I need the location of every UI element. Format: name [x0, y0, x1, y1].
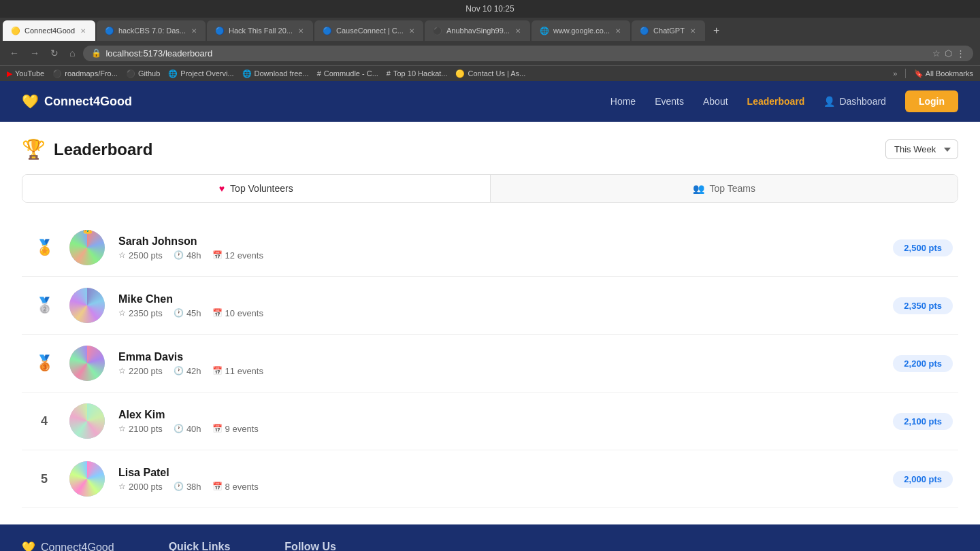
period-select[interactable]: This Week This Month All Time — [885, 139, 958, 159]
more-icon[interactable]: ⋮ — [956, 48, 965, 59]
crown-icon: 👑 — [82, 230, 93, 234]
tab-close-icon[interactable]: ✕ — [79, 27, 87, 35]
forward-button[interactable]: → — [27, 45, 42, 61]
stat-events-val-1: 12 events — [225, 250, 263, 261]
bookmark-project[interactable]: 🌐 Project Overvi... — [168, 69, 233, 78]
browser-tab-4[interactable]: 🔵 CauseConnect | C... ✕ — [314, 20, 423, 41]
browser-tab-5[interactable]: ⚫ AnubhavSingh99... ✕ — [425, 20, 530, 41]
tab-label-3: Hack This Fall 20... — [229, 27, 293, 35]
tab-teams[interactable]: 👥 Top Teams — [491, 175, 958, 202]
bookmark-download[interactable]: 🌐 Download free... — [242, 69, 309, 78]
table-row: 🥉 Emma Davis ☆ 2200 pts 🕐 — [22, 335, 958, 393]
footer-brand-icon: 💛 — [22, 541, 35, 551]
browser-tab-3[interactable]: 🔵 Hack This Fall 20... ✕ — [207, 20, 313, 41]
tab-favicon-2: 🔵 — [105, 27, 114, 35]
stat-events-4: 📅 9 events — [212, 424, 259, 434]
stat-hours-val-5: 38h — [186, 482, 201, 492]
tab-close-5-icon[interactable]: ✕ — [514, 27, 522, 35]
new-tab-button[interactable]: + — [706, 20, 726, 41]
bookmark-commudle[interactable]: # Commudle - C... — [317, 69, 378, 78]
stat-events-2: 📅 10 events — [212, 308, 263, 318]
stat-points-1: ☆ 2500 pts — [118, 250, 163, 261]
leaderboard-tabs: ♥ Top Volunteers 👥 Top Teams — [22, 174, 958, 203]
browser-tab-2[interactable]: 🔵 hackCBS 7.0: Das... ✕ — [97, 20, 206, 41]
footer-quick-links-title: Quick Links — [169, 541, 231, 551]
table-row: 🥈 Mike Chen ☆ 2350 pts 🕐 — [22, 277, 958, 335]
login-button[interactable]: Login — [905, 90, 958, 112]
rank-col-2: 🥈 — [27, 297, 61, 314]
tab-favicon-7: 🔵 — [640, 27, 649, 35]
calendar-icon-1: 📅 — [212, 250, 223, 260]
browser-titlebar: Nov 10 10:25 — [0, 0, 980, 18]
tab-close-6-icon[interactable]: ✕ — [614, 27, 622, 35]
tab-close-2-icon[interactable]: ✕ — [190, 27, 198, 35]
stat-points-val-3: 2200 pts — [129, 366, 163, 376]
stat-events-val-4: 9 events — [225, 424, 259, 434]
github-icon: ⚫ — [126, 69, 135, 78]
avatar-sarah: 👑 — [69, 230, 105, 265]
tab-label-2: hackCBS 7.0: Das... — [118, 27, 186, 35]
table-row: 5 Lisa Patel ☆ 2000 pts 🕐 — [22, 450, 958, 508]
tab-volunteers-label: Top Volunteers — [230, 183, 293, 194]
bookmarks-more-button[interactable]: » — [893, 69, 897, 78]
nav-home[interactable]: Home — [610, 96, 636, 107]
tab-volunteers[interactable]: ♥ Top Volunteers — [22, 175, 490, 202]
all-bookmarks-button[interactable]: 🔖 All Bookmarks — [914, 69, 973, 78]
navbar-brand[interactable]: 💛 Connect4Good — [22, 93, 132, 110]
star-icon-2: ☆ — [118, 308, 126, 318]
star-icon-4: ☆ — [118, 424, 126, 433]
nav-leaderboard[interactable]: Leaderboard — [747, 96, 805, 107]
address-bar[interactable]: 🔒 localhost:5173/leaderboard ☆ ⬡ ⋮ — [83, 46, 973, 61]
clock-icon-4: 🕐 — [174, 424, 184, 433]
volunteer-name-4: Alex Kim — [118, 409, 893, 421]
rank-col-3: 🥉 — [27, 354, 61, 372]
home-button[interactable]: ⌂ — [67, 45, 78, 61]
browser-tab-7[interactable]: 🔵 ChatGPT ✕ — [632, 20, 705, 41]
calendar-icon-3: 📅 — [212, 366, 223, 375]
browser-time: Nov 10 10:25 — [466, 4, 514, 14]
stat-points-val-1: 2500 pts — [129, 250, 163, 261]
star-icon-5: ☆ — [118, 482, 126, 491]
bookmark-top10[interactable]: # Top 10 Hackat... — [387, 69, 448, 78]
tab-close-3-icon[interactable]: ✕ — [297, 27, 305, 35]
nav-links: Home Events About Leaderboard 👤 Dashboar… — [610, 90, 958, 112]
nav-events[interactable]: Events — [655, 96, 684, 107]
bookmark-contact[interactable]: 🟡 Contact Us | As... — [455, 69, 525, 78]
clock-icon-1: 🕐 — [174, 250, 184, 260]
stat-points-2: ☆ 2350 pts — [118, 308, 163, 318]
tab-favicon-3: 🔵 — [215, 27, 225, 35]
project-icon: 🌐 — [168, 69, 178, 78]
reload-button[interactable]: ↻ — [48, 45, 61, 61]
roadmaps-icon: ⚫ — [52, 69, 62, 78]
nav-about[interactable]: About — [703, 96, 728, 107]
bookmark-roadmaps[interactable]: ⚫ roadmaps/Fro... — [52, 69, 118, 78]
browser-tab-active[interactable]: 🟡 Connect4Good ✕ — [3, 20, 95, 41]
avatar-col-4 — [69, 403, 110, 439]
extension-icon[interactable]: ⬡ — [945, 48, 952, 59]
bronze-medal-icon: 🥉 — [35, 354, 54, 372]
address-bar-icons: ☆ ⬡ ⋮ — [932, 48, 965, 59]
avatar-inner-3 — [69, 346, 105, 381]
tab-label-4: CauseConnect | C... — [336, 27, 404, 35]
bookmark-youtube[interactable]: ▶ YouTube — [7, 69, 44, 78]
browser-tab-6[interactable]: 🌐 www.google.co... ✕ — [532, 20, 630, 41]
tab-close-4-icon[interactable]: ✕ — [408, 27, 416, 35]
gold-medal-icon: 🏅 — [35, 239, 54, 256]
footer-quick-links: Quick Links — [169, 541, 231, 551]
points-badge-2: 2,350 pts — [893, 297, 953, 314]
address-input[interactable]: localhost:5173/leaderboard — [105, 48, 928, 59]
volunteer-name-5: Lisa Patel — [118, 467, 893, 479]
bookmark-github[interactable]: ⚫ Github — [126, 69, 160, 78]
stat-hours-val-2: 45h — [186, 308, 201, 318]
tab-label-7: ChatGPT — [653, 27, 685, 35]
account-icon: 👤 — [823, 96, 835, 107]
tab-close-7-icon[interactable]: ✕ — [689, 27, 697, 35]
leaderboard-container: 🏆 Leaderboard This Week This Month All T… — [0, 122, 980, 524]
calendar-icon-2: 📅 — [212, 308, 223, 318]
tab-label: Connect4Good — [24, 27, 75, 35]
nav-dashboard[interactable]: 👤 Dashboard — [823, 96, 886, 107]
browser-tabs-bar: 🟡 Connect4Good ✕ 🔵 hackCBS 7.0: Das... ✕… — [0, 18, 980, 41]
star-icon[interactable]: ☆ — [932, 48, 941, 59]
back-button[interactable]: ← — [7, 45, 22, 61]
volunteer-name-2: Mike Chen — [118, 293, 893, 305]
